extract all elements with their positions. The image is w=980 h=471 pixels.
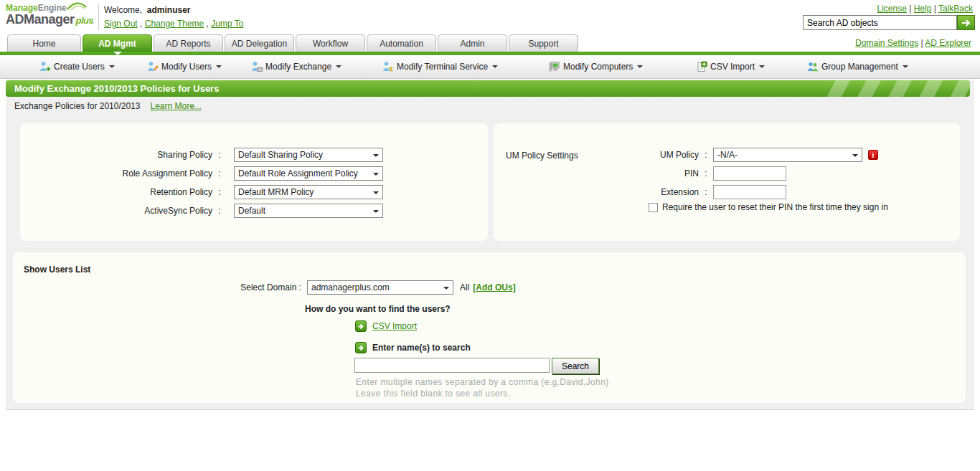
tab-automation[interactable]: Automation [367, 34, 436, 52]
colon: : [702, 187, 710, 197]
arrow-right-icon [961, 19, 971, 27]
tab-support[interactable]: Support [509, 34, 578, 52]
role-assignment-policy-row: Role Assignment Policy : Default Role As… [20, 166, 488, 181]
chevron-down-icon [903, 65, 908, 68]
tab-home[interactable]: Home [7, 34, 81, 52]
page-title-bar: Modify Exchange 2010/2013 Policies for U… [6, 80, 970, 97]
select-value: Default Role Assignment Policy [238, 168, 358, 179]
um-policy-panel: UM Policy Settings UM Policy : -N/A- i P… [494, 123, 960, 241]
csv-import-icon [696, 61, 707, 72]
select-value: admanagerplus.com [311, 282, 390, 292]
user-group-icon [807, 61, 819, 72]
find-users-question: How do you want to find the users? [305, 304, 451, 314]
select-value: -N/A- [717, 150, 738, 160]
csv-import-link[interactable]: CSV Import [372, 321, 417, 331]
action-toolbar: Create Users Modify Users Modify Exchang… [0, 55, 980, 79]
welcome-text: Welcome, adminuser [104, 5, 191, 15]
csv-import-option: CSV Import [355, 320, 417, 332]
tab-workflow[interactable]: Workflow [296, 34, 365, 52]
toolbar-create-users[interactable]: Create Users [39, 61, 115, 72]
select-value: Default [238, 206, 265, 216]
license-link[interactable]: License [877, 4, 907, 14]
chevron-down-icon [637, 65, 643, 68]
toolbar-modify-users[interactable]: Modify Users [147, 61, 222, 72]
tab-ad-reports[interactable]: AD Reports [154, 34, 223, 52]
chevron-down-icon [216, 65, 222, 68]
search-hint-line2: Leave this field blank to see all users. [356, 389, 510, 399]
separator: | [921, 38, 923, 48]
search-hint-line1: Enter multiple names separated by a comm… [356, 377, 609, 387]
toolbar-label: Group Management [821, 62, 898, 72]
show-users-panel: Show Users List Select Domain : admanage… [13, 252, 966, 403]
retention-policy-label: Retention Policy [20, 187, 212, 197]
activesync-policy-select[interactable]: Default [234, 204, 383, 218]
toolbar-label: Modify Users [161, 62, 212, 72]
enter-names-option: Enter name(s) to search [355, 342, 471, 353]
name-search-input[interactable] [354, 358, 550, 373]
arrow-right-icon [355, 320, 367, 332]
jump-to-link[interactable]: Jump To [211, 19, 243, 29]
search-go-button[interactable] [957, 15, 975, 30]
content-area: Modify Exchange 2010/2013 Policies for U… [6, 80, 974, 410]
pin-label: PIN [498, 168, 699, 179]
toolbar-modify-exchange[interactable]: Modify Exchange [251, 61, 341, 72]
pin-row: PIN : [498, 166, 786, 181]
tab-ad-mgmt[interactable]: AD Mgmt [83, 34, 152, 52]
reset-pin-row: Require the user to reset their PIN the … [649, 202, 888, 212]
chevron-down-icon [109, 65, 115, 68]
toolbar-group-management[interactable]: Group Management [807, 61, 908, 72]
all-label: All [460, 282, 469, 292]
change-theme-link[interactable]: Change Theme [145, 19, 204, 29]
sharing-policy-select[interactable]: Default Sharing Policy [234, 148, 383, 162]
role-assignment-policy-select[interactable]: Default Role Assignment Policy [234, 166, 383, 181]
select-domain-row: Select Domain : admanagerplus.com All [A… [13, 280, 516, 295]
extension-input[interactable] [713, 185, 786, 199]
retention-policy-select[interactable]: Default MRM Policy [234, 185, 383, 199]
domain-select[interactable]: admanagerplus.com [307, 280, 453, 295]
colon: : [702, 168, 710, 179]
user-terminal-icon [382, 61, 394, 72]
logo-plus: plus [76, 15, 94, 26]
search-ad-objects-input[interactable] [803, 15, 957, 30]
sign-out-link[interactable]: Sign Out [104, 19, 138, 29]
select-value: Default Sharing Policy [238, 150, 323, 160]
chevron-down-icon [373, 210, 379, 213]
chevron-down-icon [373, 191, 379, 194]
extension-row: Extension : [498, 185, 786, 199]
info-icon[interactable]: i [868, 150, 878, 160]
colon: : [215, 150, 224, 160]
toolbar-modify-terminal-service[interactable]: Modify Terminal Service [382, 61, 498, 72]
sharing-policy-row: Sharing Policy : Default Sharing Policy [20, 148, 488, 162]
learn-more-link[interactable]: Learn More... [150, 101, 201, 111]
toolbar-modify-computers[interactable]: Modify Computers [549, 61, 643, 72]
colon: : [702, 150, 710, 160]
page-subtitle: Exchange Policies for 2010/2013 [14, 101, 140, 111]
reset-pin-checkbox[interactable] [649, 203, 658, 212]
tab-admin[interactable]: Admin [438, 34, 507, 52]
pin-input[interactable] [713, 166, 786, 181]
um-policy-select[interactable]: -N/A- [713, 148, 862, 162]
search-button[interactable]: Search [552, 358, 599, 374]
chevron-down-icon [759, 65, 765, 68]
activesync-policy-row: ActiveSync Policy : Default [20, 204, 488, 218]
toolbar-csv-import[interactable]: CSV Import [696, 61, 765, 72]
computer-icon [549, 61, 560, 72]
toolbar-label: Modify Exchange [265, 62, 331, 72]
exchange-policies-panel: Sharing Policy : Default Sharing Policy … [20, 123, 488, 241]
header-divider [98, 4, 99, 30]
help-link[interactable]: Help [914, 4, 932, 14]
chevron-down-icon [373, 173, 379, 176]
colon: : [215, 168, 224, 179]
toolbar-label: CSV Import [710, 62, 755, 72]
ad-explorer-link[interactable]: AD Explorer [925, 38, 971, 48]
talkback-link[interactable]: TalkBack [938, 4, 973, 14]
domain-settings-link[interactable]: Domain Settings [855, 38, 918, 48]
activesync-policy-label: ActiveSync Policy [20, 206, 212, 216]
chevron-down-icon [492, 65, 498, 68]
tab-ad-delegation[interactable]: AD Delegation [225, 34, 294, 52]
add-ous-link[interactable]: [Add OUs] [473, 282, 515, 292]
logo-product: ADManager [6, 12, 75, 27]
select-domain-label: Select Domain : [13, 282, 301, 292]
extension-label: Extension [498, 187, 699, 197]
um-policy-row: UM Policy : -N/A- i [498, 148, 878, 162]
